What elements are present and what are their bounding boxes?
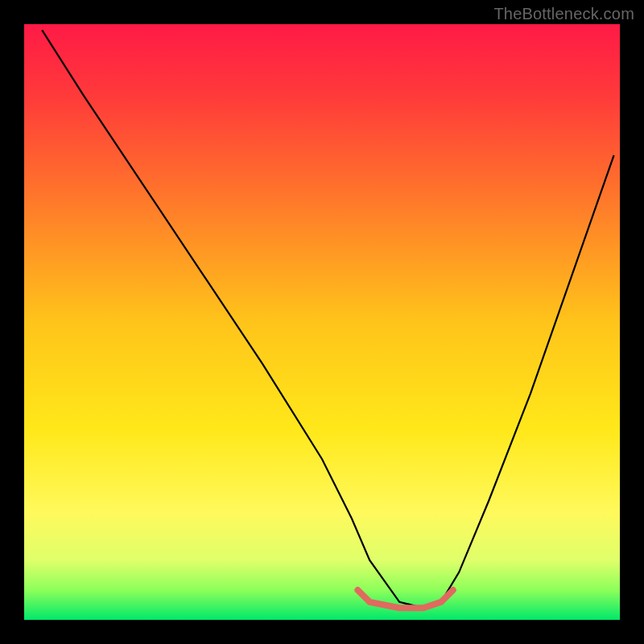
watermark-text: TheBottleneck.com — [493, 5, 634, 23]
plot-background — [24, 24, 620, 620]
bottleneck-chart — [0, 0, 644, 644]
chart-container: TheBottleneck.com — [0, 0, 644, 644]
